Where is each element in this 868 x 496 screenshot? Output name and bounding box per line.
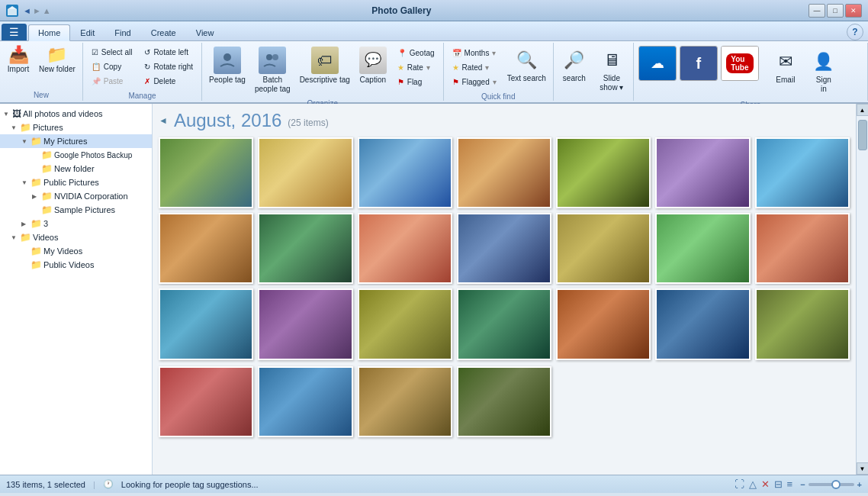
scroll-down-button[interactable]: ▼ <box>857 462 869 475</box>
sidebar-item-folder3[interactable]: ▶ 📁 3 <box>0 217 152 230</box>
slider-thumb[interactable] <box>831 480 841 489</box>
app-menu-tab[interactable]: ☰ <box>2 24 27 40</box>
select-all-button[interactable]: ☑ Select all <box>86 45 138 59</box>
status-icon-2[interactable]: △ <box>749 478 757 490</box>
paste-button[interactable]: 📌 Paste <box>86 74 138 88</box>
tab-create[interactable]: Create <box>141 24 186 40</box>
expand-arrow-public: ▼ <box>21 179 29 186</box>
tab-find[interactable]: Find <box>104 24 140 40</box>
sidebar-item-nvidia[interactable]: ▶ 📁 NVIDIA Corporation <box>0 189 152 203</box>
scroll-thumb[interactable] <box>858 120 867 150</box>
scroll-up-button[interactable]: ▲ <box>857 104 869 116</box>
ribbon-group-new-content: 📥 Import 📁 New folder <box>3 44 79 88</box>
photo-thumb-2[interactable] <box>258 137 352 208</box>
slideshow-icon: 🖥 <box>598 47 625 74</box>
sign-in-button[interactable]: 👤 Signin <box>806 46 841 96</box>
photo-thumb-10[interactable] <box>358 213 452 284</box>
photo-thumb-7[interactable] <box>755 137 850 208</box>
sidebar-item-google-photos[interactable]: 📁 Google Photos Backup <box>0 148 152 162</box>
photo-thumb-14[interactable] <box>755 213 850 284</box>
ribbon-group-organize-content: People tag Batchpeople tag 🏷 Descriptive… <box>205 44 440 96</box>
expand-arrow-nvidia: ▶ <box>32 193 40 200</box>
sidebar-item-my-videos[interactable]: 📁 My Videos <box>0 244 152 258</box>
photo-thumb-4[interactable] <box>457 137 551 208</box>
text-search-icon: 🔍 <box>513 47 540 74</box>
sidebar-item-pictures[interactable]: ▼ 📁 Pictures <box>0 121 152 134</box>
zoom-plus-button[interactable]: + <box>857 480 862 489</box>
photo-thumb-6[interactable] <box>655 137 750 208</box>
photo-thumb-18[interactable] <box>457 288 551 359</box>
photo-thumb-25[interactable] <box>457 366 551 437</box>
sidebar-item-videos[interactable]: ▼ 📁 Videos <box>0 230 152 244</box>
help-button[interactable]: ? <box>847 24 863 40</box>
photo-thumb-19[interactable] <box>556 288 651 359</box>
email-button[interactable]: ✉ Email <box>768 46 803 87</box>
rate-button[interactable]: ★ Rate ▾ <box>392 60 440 74</box>
flagged-button[interactable]: ⚑ Flagged ▾ <box>447 75 502 89</box>
sidebar-item-new-folder[interactable]: 📁 New folder <box>0 162 152 176</box>
collapse-month-button[interactable]: ◄ <box>159 115 168 126</box>
status-icon-4[interactable]: ⊟ <box>774 478 783 490</box>
flag-button[interactable]: ⚑ Flag <box>392 75 440 89</box>
rotate-right-button[interactable]: ↻ Rotate right <box>139 60 198 73</box>
photo-thumb-13[interactable] <box>655 213 750 284</box>
import-button[interactable]: 📥 Import <box>3 44 34 76</box>
maximize-button[interactable]: □ <box>827 4 844 18</box>
batch-people-tag-button[interactable]: Batchpeople tag <box>251 44 294 96</box>
sidebar-item-public-pictures[interactable]: ▼ 📁 Public Pictures <box>0 176 152 189</box>
descriptive-tag-button[interactable]: 🏷 Descriptive tag <box>296 44 354 87</box>
delete-button[interactable]: ✗ Delete <box>139 74 198 88</box>
youtube-button[interactable]: YouTube <box>721 46 759 81</box>
photo-thumb-21[interactable] <box>755 288 850 359</box>
sidebar-item-sample[interactable]: 📁 Sample Pictures <box>0 203 152 217</box>
geotag-button[interactable]: 📍 Geotag <box>392 46 440 60</box>
status-icon-1[interactable]: ⛶ <box>735 478 744 490</box>
close-button[interactable]: ✕ <box>845 4 862 18</box>
nav-back[interactable]: ◄ <box>23 6 31 15</box>
rotate-left-button[interactable]: ↺ Rotate left <box>139 45 198 59</box>
photo-thumb-9[interactable] <box>258 213 352 284</box>
status-divider: | <box>93 480 95 489</box>
sidebar-item-public-videos[interactable]: 📁 Public Videos <box>0 258 152 272</box>
new-folder-button[interactable]: 📁 New folder <box>35 44 79 76</box>
rated-button[interactable]: ★ Rated ▾ <box>447 60 502 74</box>
status-icon-5[interactable]: ≡ <box>787 478 793 490</box>
sidebar-item-my-pictures[interactable]: ▼ 📁 My Pictures <box>0 134 152 148</box>
nvidia-icon: 📁 <box>41 191 53 201</box>
nav-forward[interactable]: ► <box>33 6 41 15</box>
slideshow-button[interactable]: 🖥 Slideshow ▾ <box>593 44 630 95</box>
status-bar: 135 items, 1 selected | 🕐 Looking for pe… <box>0 475 868 493</box>
status-icon-3[interactable]: ✕ <box>761 478 770 490</box>
slider-track[interactable] <box>809 483 854 486</box>
copy-button[interactable]: 📋 Copy <box>86 60 138 73</box>
photo-thumb-23[interactable] <box>258 366 352 437</box>
caption-button[interactable]: 💬 Caption <box>355 44 391 87</box>
nav-up[interactable]: ▲ <box>43 6 51 15</box>
minimize-button[interactable]: — <box>809 4 825 18</box>
photo-thumb-17[interactable] <box>358 288 452 359</box>
photo-thumb-12[interactable] <box>556 213 651 284</box>
months-button[interactable]: 📅 Months ▾ <box>447 46 502 60</box>
photo-thumb-24[interactable] <box>358 366 452 437</box>
tab-view[interactable]: View <box>186 24 224 40</box>
photo-thumb-16[interactable] <box>258 288 352 359</box>
photo-thumb-1[interactable] <box>159 137 253 208</box>
photo-thumb-3[interactable] <box>358 137 452 208</box>
photo-thumb-15[interactable] <box>159 288 253 359</box>
geotag-icon: 📍 <box>397 49 407 57</box>
sidebar-item-all[interactable]: ▼ 🖼 All photos and videos <box>0 107 152 121</box>
photo-thumb-20[interactable] <box>655 288 750 359</box>
photo-thumb-5[interactable] <box>556 137 651 208</box>
text-search-button[interactable]: 🔍 Text search <box>503 44 550 85</box>
photo-thumb-22[interactable] <box>159 366 253 437</box>
tab-home[interactable]: Home <box>28 24 70 41</box>
facebook-button[interactable]: f <box>680 46 718 81</box>
people-tag-button[interactable]: People tag <box>205 44 249 87</box>
photo-thumb-8[interactable] <box>159 213 253 284</box>
organize-small-col: 📍 Geotag ★ Rate ▾ ⚑ Flag <box>392 44 440 89</box>
onedrive-button[interactable]: ☁ <box>638 46 677 81</box>
search-button[interactable]: 🔎 search <box>557 44 592 85</box>
tab-edit[interactable]: Edit <box>70 24 104 40</box>
photo-thumb-11[interactable] <box>457 213 551 284</box>
zoom-minus-button[interactable]: − <box>800 480 805 489</box>
